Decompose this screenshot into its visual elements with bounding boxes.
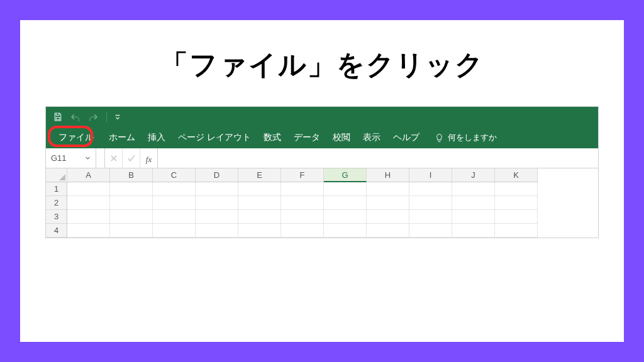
column-header-D[interactable]: D (196, 168, 238, 182)
cell-H3[interactable] (367, 210, 409, 224)
column-header-K[interactable]: K (495, 168, 538, 182)
cell-E4[interactable] (238, 224, 281, 238)
row-header-3[interactable]: 3 (46, 210, 67, 224)
cell-B4[interactable] (110, 224, 153, 238)
column-header-H[interactable]: H (367, 168, 409, 182)
tab-data[interactable]: データ (287, 128, 326, 147)
cell-K3[interactable] (495, 210, 538, 224)
cell-K2[interactable] (495, 196, 538, 210)
cell-C1[interactable] (153, 182, 196, 196)
select-all-corner[interactable] (46, 168, 67, 182)
cell-E2[interactable] (238, 196, 281, 210)
name-box-value: G11 (51, 153, 67, 163)
excel-window: ファイル ホーム 挿入 ページ レイアウト 数式 データ 校閲 表示 ヘルプ 何… (45, 106, 599, 238)
cell-F4[interactable] (281, 224, 324, 238)
tell-me-label: 何をしますか (448, 132, 497, 143)
cell-I1[interactable] (409, 182, 452, 196)
cell-F2[interactable] (281, 196, 324, 210)
tab-review[interactable]: 校閲 (326, 128, 357, 147)
quick-access-toolbar (46, 107, 598, 127)
cell-G3[interactable] (324, 210, 367, 224)
cell-K4[interactable] (495, 224, 538, 238)
cell-H4[interactable] (367, 224, 409, 238)
tab-help[interactable]: ヘルプ (387, 128, 426, 147)
ribbon-tabs: ファイル ホーム 挿入 ページ レイアウト 数式 データ 校閲 表示 ヘルプ 何… (46, 127, 598, 148)
cell-H1[interactable] (367, 182, 409, 196)
column-header-J[interactable]: J (452, 168, 495, 182)
cell-B1[interactable] (110, 182, 153, 196)
row-header-4[interactable]: 4 (46, 224, 67, 238)
svg-rect-0 (56, 118, 59, 120)
cell-A1[interactable] (67, 182, 110, 196)
cell-F3[interactable] (281, 210, 324, 224)
fx-label[interactable]: fx (140, 148, 158, 168)
name-box-caret-icon (85, 153, 91, 163)
cell-A3[interactable] (67, 210, 110, 224)
row-header-2[interactable]: 2 (46, 196, 67, 210)
tutorial-slide: 「ファイル」をクリック (20, 20, 624, 342)
save-icon[interactable] (52, 111, 64, 123)
cell-E3[interactable] (238, 210, 281, 224)
cell-E1[interactable] (238, 182, 281, 196)
cell-D2[interactable] (196, 196, 238, 210)
column-header-B[interactable]: B (110, 168, 153, 182)
tell-me-search[interactable]: 何をしますか (435, 132, 497, 143)
cell-D3[interactable] (196, 210, 238, 224)
cell-G4[interactable] (324, 224, 367, 238)
formula-bar-gap (96, 148, 105, 168)
column-header-I[interactable]: I (409, 168, 452, 182)
tab-home[interactable]: ホーム (103, 128, 142, 147)
cell-H2[interactable] (367, 196, 409, 210)
cell-F1[interactable] (281, 182, 324, 196)
cell-B2[interactable] (110, 196, 153, 210)
cell-I2[interactable] (409, 196, 452, 210)
cell-C2[interactable] (153, 196, 196, 210)
cell-J3[interactable] (452, 210, 495, 224)
tab-file[interactable]: ファイル (50, 129, 103, 146)
column-header-E[interactable]: E (238, 168, 281, 182)
row-header-1[interactable]: 1 (46, 182, 67, 196)
cell-I3[interactable] (409, 210, 452, 224)
column-header-G[interactable]: G (324, 168, 367, 182)
formula-input[interactable] (158, 148, 598, 168)
cell-D4[interactable] (196, 224, 238, 238)
cell-K1[interactable] (495, 182, 538, 196)
column-header-C[interactable]: C (153, 168, 196, 182)
qa-customize-caret[interactable] (114, 111, 121, 123)
enter-formula-icon[interactable] (123, 148, 140, 168)
tab-page-layout[interactable]: ページ レイアウト (172, 128, 257, 147)
qa-separator (106, 111, 107, 123)
cell-C4[interactable] (153, 224, 196, 238)
undo-icon[interactable] (70, 111, 81, 123)
cell-D1[interactable] (196, 182, 238, 196)
tab-insert[interactable]: 挿入 (142, 128, 172, 147)
cell-A4[interactable] (67, 224, 110, 238)
formula-bar: G11 fx (46, 148, 598, 168)
redo-icon[interactable] (87, 111, 99, 123)
cell-G2[interactable] (324, 196, 367, 210)
cell-A2[interactable] (67, 196, 110, 210)
cancel-formula-icon[interactable] (105, 148, 123, 168)
cell-C3[interactable] (153, 210, 196, 224)
cell-J2[interactable] (452, 196, 495, 210)
spreadsheet-grid[interactable]: ABCDEFGHIJK1234 (46, 168, 598, 238)
cell-J4[interactable] (452, 224, 495, 238)
cell-G1[interactable] (324, 182, 367, 196)
cell-J1[interactable] (452, 182, 495, 196)
cell-I4[interactable] (409, 224, 452, 238)
tab-formulas[interactable]: 数式 (257, 128, 287, 147)
column-header-A[interactable]: A (67, 168, 110, 182)
column-header-F[interactable]: F (281, 168, 324, 182)
instruction-headline: 「ファイル」をクリック (45, 47, 599, 84)
name-box[interactable]: G11 (46, 148, 96, 168)
cell-B3[interactable] (110, 210, 153, 224)
tab-view[interactable]: 表示 (357, 128, 387, 147)
